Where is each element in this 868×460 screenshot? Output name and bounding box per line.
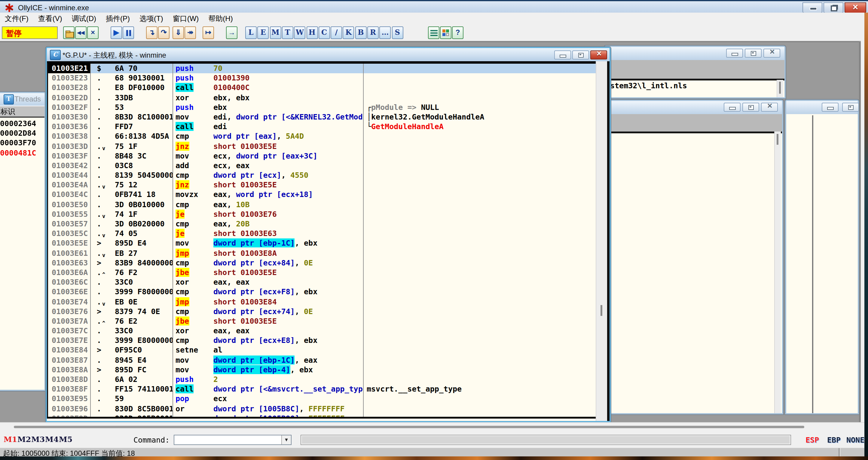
menu-item[interactable]: 查看(V) — [33, 12, 67, 24]
scrollbar[interactable] — [777, 80, 783, 97]
disasm-row[interactable]: 01003E36.FFD7calledi└GetModuleHandleA — [48, 122, 596, 132]
horizontal-scroll-thumb[interactable] — [14, 426, 804, 428]
restore-button[interactable] — [572, 51, 589, 60]
thread-row[interactable]: 00002364 — [0, 119, 44, 129]
panel-button-K[interactable]: K — [343, 26, 354, 39]
panel-button-/[interactable]: / — [331, 26, 342, 39]
minimize-button[interactable] — [554, 51, 571, 60]
disasm-row[interactable]: 01003E42.03C8addecx, eax — [48, 161, 596, 170]
restart-button[interactable]: ◀◀ — [75, 26, 87, 39]
panel-button-H[interactable]: H — [306, 26, 318, 39]
disasm-row[interactable]: 01003E6C.33C0xoreax, eax — [48, 277, 596, 287]
disasm-row[interactable]: 01003E9D.830D 905B0001ordword ptr [1005B… — [48, 414, 596, 417]
thread-row[interactable]: 0000481C — [0, 148, 44, 158]
disasm-row[interactable]: 01003E4A.v75 12jnzshort 01003E5E — [48, 180, 596, 190]
disasm-row[interactable]: 01003E7A.^76 E2jbeshort 01003E5E — [48, 317, 596, 326]
disasm-row[interactable]: 01003E8F.FF15 74110001calldword ptr [<&m… — [48, 384, 596, 394]
disasm-row[interactable]: 01003E63>83B9 84000000cmpdword ptr [ecx+… — [48, 258, 596, 268]
disasm-row[interactable]: 01003E4C.0FB741 18movzxeax, word ptr [ec… — [48, 190, 596, 200]
disasm-row[interactable]: 01003E50.3D 0B010000cmpeax, 10B — [48, 200, 596, 209]
step-into-button[interactable]: ↴ — [146, 26, 157, 39]
restore-button[interactable] — [742, 103, 759, 112]
disasm-row[interactable]: 01003E95.59popecx — [48, 394, 596, 404]
horizontal-scrollbar[interactable] — [0, 422, 864, 431]
disasm-row[interactable]: 01003E96.830D 8C5B0001ordword ptr [1005B… — [48, 404, 596, 414]
menu-item[interactable]: 窗口(W) — [168, 12, 204, 24]
disasm-row[interactable]: 01003E57.3D 0B020000cmpeax, 20B — [48, 219, 596, 229]
menu-item[interactable]: 插件(P) — [101, 12, 135, 24]
menu-item[interactable]: 文件(F) — [0, 12, 33, 24]
disasm-row[interactable]: 01003E87.8945 E4movdword ptr [ebp-1C], e… — [48, 355, 596, 365]
disasm-row[interactable]: 01003E76>8379 74 0Ecmpdword ptr [ecx+74]… — [48, 306, 596, 316]
m-button-m3[interactable]: M3 — [31, 435, 45, 444]
restore-button[interactable] — [824, 2, 843, 13]
disasm-row[interactable]: 01003E61.vEB 27jmpshort 01003E8A — [48, 248, 596, 258]
minimize-button[interactable] — [822, 103, 839, 112]
disasm-row[interactable]: 01003E30.8B3D 8C100001movedi, dword ptr … — [48, 112, 596, 122]
panel-button-S[interactable]: S — [392, 26, 403, 39]
menu-item[interactable]: 调试(D) — [67, 12, 101, 24]
close-process-button[interactable]: × — [87, 26, 99, 39]
thread-row[interactable]: 00003F70 — [0, 138, 44, 148]
close-icon[interactable]: ✕ — [764, 48, 780, 58]
panel-button-…[interactable]: … — [380, 26, 391, 39]
disasm-row[interactable]: 01003E3F.8B48 3Cmovecx, dword ptr [eax+3… — [48, 151, 596, 161]
close-button[interactable]: ✕ — [844, 2, 866, 13]
panel-button-C[interactable]: C — [318, 26, 330, 39]
disasm-row[interactable]: 01003E7E.3999 E8000000cmpdword ptr [ecx+… — [48, 336, 596, 346]
minimize-button[interactable] — [726, 48, 743, 58]
disasm-row[interactable]: 01003E38.66:8138 4D5Acmpword ptr [eax], … — [48, 132, 596, 141]
open-file-button[interactable] — [63, 26, 74, 39]
execute-till-return-button[interactable]: ↦ — [203, 26, 214, 39]
disasm-row[interactable]: 01003E2F.53pushebx┌pModule => NULL — [48, 103, 596, 112]
go-to-button[interactable]: → — [226, 26, 238, 39]
close-icon[interactable]: ✕ — [590, 51, 607, 60]
disasm-row[interactable]: 01003E8D.6A 02push2 — [48, 375, 596, 384]
disasm-scrollbar[interactable] — [596, 61, 610, 421]
thread-row[interactable]: 00002D84 — [0, 129, 44, 138]
m-button-m5[interactable]: M5 — [59, 435, 72, 444]
panel-button-M[interactable]: M — [270, 26, 281, 39]
panel-button-W[interactable]: W — [294, 26, 305, 39]
menu-item[interactable]: 帮助(H) — [204, 12, 238, 24]
menu-item[interactable]: 选项(T) — [135, 12, 168, 24]
disasm-row[interactable]: 01003E6E.3999 F8000000cmpdword ptr [ecx+… — [48, 287, 596, 297]
run-button[interactable]: ▶ — [111, 26, 122, 39]
disasm-row[interactable]: 01003E21$6A 70push70 — [48, 64, 596, 73]
disasm-row[interactable]: 01003E74.vEB 0Ejmpshort 01003E84 — [48, 297, 596, 306]
options-button[interactable] — [428, 26, 439, 39]
close-icon[interactable]: ✕ — [761, 103, 778, 112]
disasm-row[interactable]: 01003E84>0F95C0setneal — [48, 346, 596, 355]
minimize-button[interactable] — [724, 103, 741, 112]
minimize-button[interactable] — [803, 2, 822, 13]
panel-button-E[interactable]: E — [257, 26, 269, 39]
disasm-row[interactable]: 01003E7C.33C0xoreax, eax — [48, 326, 596, 336]
panel-button-R[interactable]: R — [367, 26, 379, 39]
panel-button-B[interactable]: B — [355, 26, 366, 39]
help-button[interactable]: ? — [452, 26, 463, 39]
disasm-row[interactable]: 01003E5E>895D E4movdword ptr [ebp-1C], e… — [48, 239, 596, 248]
animate-over-button[interactable]: ↠ — [185, 26, 196, 39]
pause-button[interactable] — [123, 26, 134, 39]
panel-button-T[interactable]: T — [282, 26, 293, 39]
step-over-button[interactable]: ↷ — [158, 26, 169, 39]
disasm-row[interactable]: 01003E5C.v74 05jeshort 01003E63 — [48, 229, 596, 238]
disasm-row[interactable]: 01003E28.E8 DF010000call0100400C — [48, 83, 596, 93]
chevron-down-icon[interactable]: ▼ — [281, 435, 291, 445]
disasm-row[interactable]: 01003E44.8139 50450000cmpdword ptr [ecx]… — [48, 170, 596, 180]
disasm-row[interactable]: 01003E6A.^76 F2jbeshort 01003E5E — [48, 268, 596, 277]
restore-button[interactable] — [745, 48, 762, 58]
disasm-row[interactable]: 01003E3D.v75 1Fjnzshort 01003E5E — [48, 141, 596, 151]
animate-into-button[interactable]: ⇓ — [173, 26, 184, 39]
threads-id-column-header[interactable]: 标识 — [0, 106, 44, 118]
disasm-row[interactable]: 01003E8A>895D FCmovdword ptr [ebp-4], eb… — [48, 365, 596, 375]
m-button-m2[interactable]: M2 — [18, 435, 31, 444]
disasm-row[interactable]: 01003E23.68 90130001push01001390 — [48, 73, 596, 83]
m-button-m1[interactable]: M1 — [4, 435, 17, 444]
command-input[interactable]: ▼ — [174, 435, 291, 445]
disasm-row[interactable]: 01003E55.v74 1Fjeshort 01003E76 — [48, 209, 596, 219]
disasm-row[interactable]: 01003E2D.33DBxorebx, ebx — [48, 93, 596, 102]
scrollbar[interactable] — [774, 132, 781, 413]
appearance-button[interactable] — [440, 26, 452, 39]
m-button-m4[interactable]: M4 — [45, 435, 59, 444]
